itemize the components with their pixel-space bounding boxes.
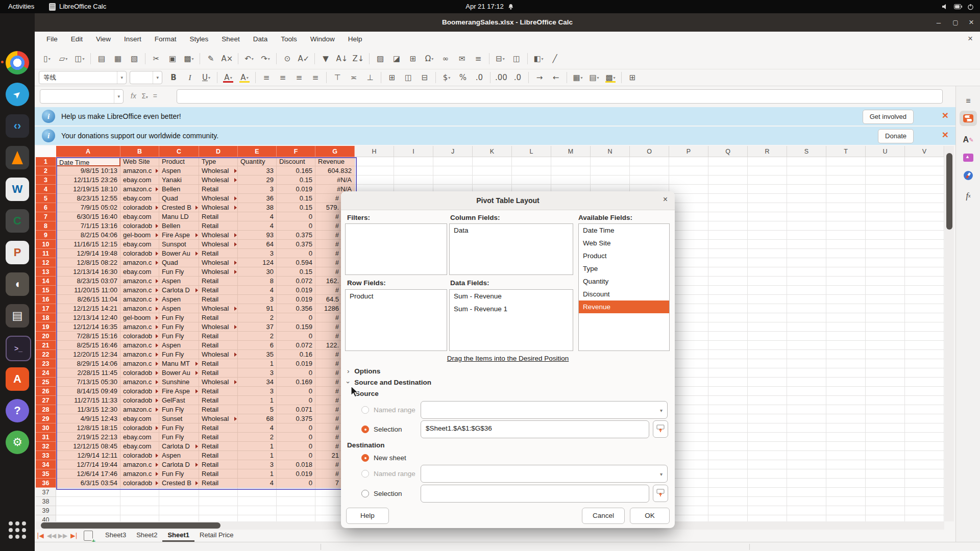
cell-B27[interactable]: coloradob <box>120 396 159 405</box>
column-header-S[interactable]: S <box>787 146 826 157</box>
cell-C1[interactable]: Product <box>159 157 199 166</box>
format-currency-button[interactable]: $▾ <box>439 71 454 84</box>
cell-D9[interactable]: Wholesal <box>199 231 238 240</box>
first-sheet-button[interactable]: |◀ <box>35 532 46 539</box>
cell-E3[interactable]: 29 <box>238 176 277 185</box>
cell-E22[interactable]: 35 <box>238 350 277 359</box>
menu-file[interactable]: File <box>40 32 64 46</box>
cell-A30[interactable]: 12/8/15 18:15 <box>56 423 120 433</box>
cell-A6[interactable]: 7/9/15 05:02 <box>56 203 120 212</box>
border-style-button[interactable]: ▤▾ <box>586 71 602 84</box>
cell-E21[interactable]: 6 <box>238 341 277 350</box>
app-grid-dock-icon[interactable] <box>6 518 29 542</box>
cell-A13[interactable]: 12/13/14 16:30 <box>56 267 120 277</box>
previous-sheet-button[interactable]: ◀◀ <box>46 532 57 539</box>
row-header-36[interactable]: 36 <box>36 479 56 488</box>
cell-B17[interactable]: amazon.c <box>120 304 159 313</box>
cell-E31[interactable]: 2 <box>238 433 277 442</box>
get-involved-button[interactable]: Get involved <box>863 110 914 124</box>
center-vertically-button[interactable]: ≍ <box>346 71 361 84</box>
cell-F30[interactable]: 0 <box>277 423 315 433</box>
cell-E36[interactable]: 4 <box>238 479 277 488</box>
system-tray[interactable] <box>942 0 974 13</box>
column-header-H[interactable]: H <box>355 146 394 157</box>
cell-B32[interactable]: ebay.com <box>120 442 159 451</box>
cell-A8[interactable]: 7/1/15 13:16 <box>56 221 120 231</box>
grid-corner[interactable] <box>36 146 57 158</box>
cell-E26[interactable]: 3 <box>238 387 277 396</box>
chrome-dock-icon[interactable] <box>6 51 29 74</box>
cell-A25[interactable]: 7/13/15 05:30 <box>56 378 120 387</box>
properties-icon[interactable] <box>960 111 977 126</box>
cell-B34[interactable]: amazon.c <box>120 460 159 469</box>
scrollbar-thumb[interactable] <box>946 153 952 230</box>
cell-F29[interactable]: 0.375 <box>277 414 315 423</box>
cell-D11[interactable]: Retail <box>199 249 238 258</box>
cell-B4[interactable]: amazon.c <box>120 185 159 194</box>
cell-E25[interactable]: 34 <box>238 378 277 387</box>
cell-A22[interactable]: 12/20/15 12:34 <box>56 350 120 359</box>
cell-F2[interactable]: 0.165 <box>277 166 315 176</box>
row-header-2[interactable]: 2 <box>36 166 56 176</box>
cell-A12[interactable]: 12/8/15 08:22 <box>56 258 120 267</box>
cell-B6[interactable]: coloradob <box>120 203 159 212</box>
bold-button[interactable]: B <box>166 71 181 84</box>
column-fields-box[interactable]: Data <box>449 223 573 275</box>
empty-cells-region[interactable] <box>56 488 355 521</box>
background-color-button[interactable]: ▩▾ <box>603 71 618 84</box>
row-header-17[interactable]: 17 <box>36 304 56 313</box>
sheet-tab-retail-price[interactable]: Retail Price <box>194 530 238 542</box>
add-sheet-button[interactable] <box>84 531 93 541</box>
insert-chart-button[interactable]: ◪ <box>389 52 404 65</box>
cell-D22[interactable]: Wholesal <box>199 350 238 359</box>
navigator-icon[interactable] <box>960 168 977 183</box>
cell-E8[interactable]: 4 <box>238 221 277 231</box>
cell-E16[interactable]: 3 <box>238 295 277 304</box>
cell-D32[interactable]: Retail <box>199 442 238 451</box>
cell-F21[interactable]: 0.072 <box>277 341 315 350</box>
cell-D30[interactable]: Retail <box>199 423 238 433</box>
cell-D36[interactable]: Retail <box>199 479 238 488</box>
cell-F9[interactable]: 0.375 <box>277 231 315 240</box>
cell-E33[interactable]: 1 <box>238 451 277 460</box>
cell-C29[interactable]: Sunset <box>159 414 199 423</box>
cell-F13[interactable]: 0.15 <box>277 267 315 277</box>
cell-D2[interactable]: Wholesal <box>199 166 238 176</box>
shrink-button[interactable] <box>653 420 668 438</box>
gallery-icon[interactable] <box>960 150 977 165</box>
insert-comment-button[interactable]: ✉ <box>454 52 470 65</box>
cell-B13[interactable]: ebay.com <box>120 267 159 277</box>
row-header-27[interactable]: 27 <box>36 396 56 405</box>
increase-indent-button[interactable]: → <box>532 71 547 84</box>
cell-A26[interactable]: 8/14/15 09:49 <box>56 387 120 396</box>
cell-C10[interactable]: Sunspot <box>159 240 199 249</box>
cancel-button[interactable]: Cancel <box>582 508 625 524</box>
font-color-button[interactable]: A▾ <box>220 71 236 84</box>
menu-tools[interactable]: Tools <box>274 32 304 46</box>
cell-F34[interactable]: 0.018 <box>277 460 315 469</box>
cell-F22[interactable]: 0.16 <box>277 350 315 359</box>
align-top-button[interactable]: ⊤ <box>330 71 345 84</box>
cell-D31[interactable]: Retail <box>199 433 238 442</box>
cell-B22[interactable]: amazon.c <box>120 350 159 359</box>
cell-E28[interactable]: 5 <box>238 405 277 414</box>
dest-named-range-dropdown[interactable]: ▾ <box>421 465 668 483</box>
next-sheet-button[interactable]: ▶▶ <box>57 532 68 539</box>
cell-C28[interactable]: Fun Fly <box>159 405 199 414</box>
chevron-down-icon[interactable]: ▾ <box>448 76 450 80</box>
function-wizard-button[interactable]: fx <box>131 92 136 100</box>
cell-G3[interactable]: #N/A <box>315 176 355 185</box>
cell-A34[interactable]: 12/7/14 19:44 <box>56 460 120 469</box>
clock[interactable]: Apr 21 17:12 <box>465 0 514 13</box>
clear-formatting-button[interactable]: A× <box>219 52 235 65</box>
chevron-down-icon[interactable]: ▾ <box>247 76 249 80</box>
close-window-button[interactable]: × <box>965 16 977 29</box>
cell-D27[interactable]: Retail <box>199 396 238 405</box>
cell-D10[interactable]: Wholesal <box>199 240 238 249</box>
files-dock-icon[interactable]: ▤ <box>6 304 29 328</box>
field-item-product[interactable]: Product <box>579 249 669 262</box>
borders-button[interactable]: ▦▾ <box>570 71 585 84</box>
cell-F19[interactable]: 0.159 <box>277 322 315 332</box>
chevron-down-icon[interactable]: ▾ <box>208 76 210 80</box>
cell-D6[interactable]: Wholesal <box>199 203 238 212</box>
